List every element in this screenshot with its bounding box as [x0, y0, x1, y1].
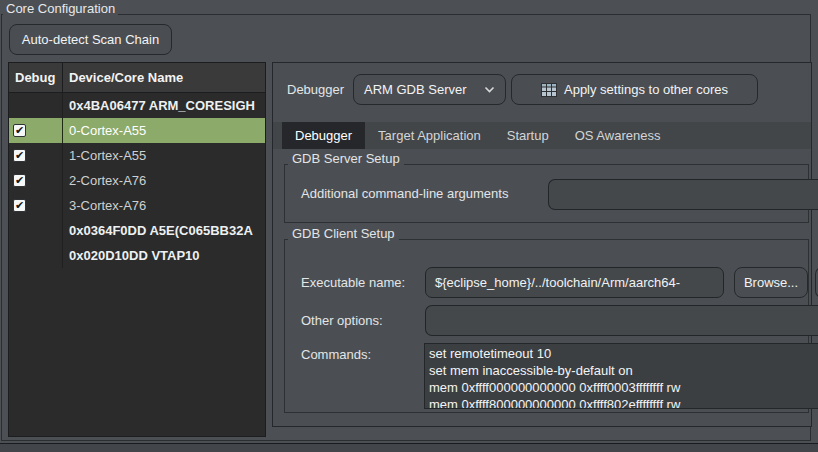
device-name: 2-Cortex-A76	[63, 168, 265, 193]
apply-settings-button[interactable]: Apply settings to other cores	[511, 74, 758, 105]
table-row[interactable]: 0x020D10DD VTAP10	[9, 243, 265, 268]
debugger-select-value: ARM GDB Server	[364, 82, 484, 97]
other-options-label: Other options:	[301, 305, 383, 336]
additional-arguments-input[interactable]	[548, 179, 818, 210]
device-name: 0-Cortex-A55	[63, 118, 265, 143]
device-name: 3-Cortex-A76	[63, 193, 265, 218]
debugger-settings-panel: Debugger ARM GDB Server Apply settings t…	[272, 62, 812, 427]
commands-label: Commands:	[301, 346, 371, 364]
debug-checkbox[interactable]: ✔	[13, 199, 26, 212]
table-row[interactable]: ✔ 0-Cortex-A55	[9, 118, 265, 143]
debug-checkbox[interactable]: ✔	[13, 124, 26, 137]
tab-startup[interactable]: Startup	[494, 122, 562, 149]
tab-os-awareness[interactable]: OS Awareness	[562, 122, 674, 149]
table-row[interactable]: ✔ 3-Cortex-A76	[9, 193, 265, 218]
debug-checkbox[interactable]: ✔	[13, 149, 26, 162]
core-table-header: Debug Device/Core Name	[9, 63, 265, 93]
window-bottom-strip	[0, 443, 818, 452]
gdb-client-setup-title: GDB Client Setup	[288, 226, 399, 242]
autodetect-scan-chain-button[interactable]: Auto-detect Scan Chain	[9, 24, 172, 55]
autodetect-button-label: Auto-detect Scan Chain	[22, 32, 159, 47]
device-name: 0x020D10DD VTAP10	[63, 243, 265, 268]
table-row[interactable]: 0x0364F0DD A5E(C065BB32A	[9, 218, 265, 243]
other-options-input[interactable]	[425, 305, 818, 336]
additional-arguments-label: Additional command-line arguments	[301, 185, 508, 203]
settings-tab-bar: Debugger Target Application Startup OS A…	[273, 122, 811, 149]
executable-name-value: ${eclipse_home}/../toolchain/Arm/aarch64…	[435, 275, 680, 290]
executable-name-input[interactable]: ${eclipse_home}/../toolchain/Arm/aarch64…	[425, 267, 724, 298]
check-icon: ✔	[15, 200, 24, 211]
core-configuration-dialog: Core Configuration Auto-detect Scan Chai…	[0, 0, 818, 452]
table-row[interactable]: 0x4BA06477 ARM_CORESIGH	[9, 93, 265, 118]
table-row[interactable]: ✔ 2-Cortex-A76	[9, 168, 265, 193]
core-table[interactable]: Debug Device/Core Name 0x4BA06477 ARM_CO…	[8, 62, 266, 437]
apply-settings-label: Apply settings to other cores	[564, 82, 728, 97]
table-icon	[541, 83, 557, 97]
frame-title: Core Configuration	[3, 0, 118, 17]
chevron-down-icon	[484, 86, 495, 93]
table-row[interactable]: ✔ 1-Cortex-A55	[9, 143, 265, 168]
tab-target-application[interactable]: Target Application	[365, 122, 494, 149]
tab-debugger[interactable]: Debugger	[282, 122, 365, 149]
device-name: 0x0364F0DD A5E(C065BB32A	[63, 218, 265, 243]
column-header-debug[interactable]: Debug	[9, 63, 63, 92]
commands-textarea[interactable]: set remotetimeout 10 set mem inaccessibl…	[424, 343, 818, 409]
debugger-label: Debugger	[287, 75, 344, 105]
browse-button[interactable]: Browse...	[734, 267, 808, 298]
gdb-server-setup-title: GDB Server Setup	[288, 151, 404, 167]
check-icon: ✔	[15, 175, 24, 186]
column-header-device-core-name[interactable]: Device/Core Name	[63, 63, 265, 92]
debug-checkbox[interactable]: ✔	[13, 174, 26, 187]
device-name: 1-Cortex-A55	[63, 143, 265, 168]
executable-name-label: Executable name:	[301, 267, 405, 298]
debugger-select[interactable]: ARM GDB Server	[353, 74, 506, 105]
check-icon: ✔	[15, 150, 24, 161]
check-icon: ✔	[15, 125, 24, 136]
device-name: 0x4BA06477 ARM_CORESIGH	[63, 93, 265, 118]
browse-button-label: Browse...	[744, 275, 798, 290]
